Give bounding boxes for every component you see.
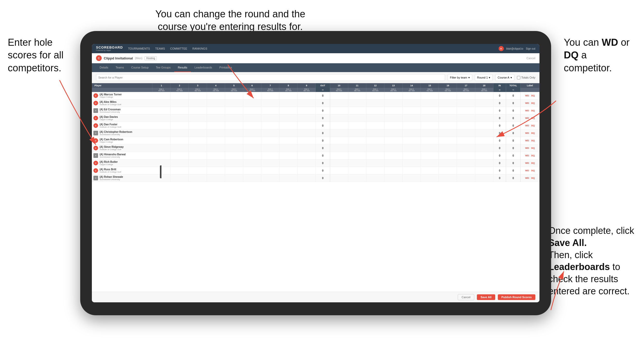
score-input-h10[interactable] (330, 122, 348, 129)
course-dropdown[interactable]: Course A ▾ (495, 74, 514, 81)
score-input-h16[interactable] (439, 122, 457, 129)
publish-button[interactable]: Publish Round Scores (498, 294, 535, 300)
score-input-h7[interactable] (261, 152, 279, 159)
score-input-h2[interactable] (171, 99, 188, 107)
score-input-h4[interactable] (207, 167, 225, 174)
score-input-h1[interactable] (152, 129, 171, 137)
wd-button[interactable]: WD (524, 124, 530, 127)
score-input-h2[interactable] (171, 144, 188, 152)
score-input-h17[interactable] (457, 137, 475, 144)
score-h5[interactable] (225, 152, 243, 159)
score-h7[interactable] (261, 174, 279, 182)
wd-button[interactable]: WD (524, 154, 530, 157)
score-input-h14[interactable] (403, 92, 420, 99)
totals-only-toggle[interactable]: Totals Only (517, 76, 535, 79)
score-h11[interactable] (348, 159, 366, 167)
score-h17[interactable] (457, 174, 475, 182)
score-input-h8[interactable] (279, 152, 297, 159)
dq-button[interactable]: DQ (530, 162, 536, 165)
score-h9[interactable] (298, 129, 316, 137)
score-input-h11[interactable] (348, 92, 366, 99)
score-input-h15[interactable] (421, 174, 439, 182)
score-input-h18[interactable] (475, 114, 493, 122)
score-input-h18[interactable] (475, 107, 493, 114)
score-input-h7[interactable] (261, 114, 279, 122)
score-h8[interactable] (279, 107, 297, 114)
score-input-h17[interactable] (457, 122, 475, 129)
score-h9[interactable] (298, 174, 316, 182)
score-h9[interactable] (298, 92, 316, 99)
score-h14[interactable] (403, 152, 421, 159)
score-input-h4[interactable] (207, 92, 225, 99)
score-input-h9[interactable] (298, 159, 315, 167)
score-input-h13[interactable] (384, 137, 402, 144)
score-input-h10[interactable] (330, 129, 348, 137)
dq-button[interactable]: DQ (530, 132, 536, 135)
score-h6[interactable] (243, 167, 261, 174)
score-h11[interactable] (348, 152, 366, 159)
score-h2[interactable] (171, 122, 189, 129)
score-input-h2[interactable] (171, 152, 188, 159)
score-input-h6[interactable] (243, 129, 261, 137)
score-input-h9[interactable] (298, 114, 315, 122)
wd-button[interactable]: WD (524, 169, 530, 172)
score-h15[interactable] (421, 92, 439, 99)
score-h13[interactable] (384, 144, 403, 152)
score-input-h4[interactable] (207, 114, 225, 122)
score-h4[interactable] (207, 159, 225, 167)
score-input-h16[interactable] (439, 167, 457, 174)
score-input-h16[interactable] (439, 159, 457, 167)
score-input-h5[interactable] (225, 129, 243, 137)
score-h18[interactable] (475, 144, 493, 152)
score-input-h12[interactable] (366, 152, 384, 159)
score-h13[interactable] (384, 137, 403, 144)
score-h4[interactable] (207, 107, 225, 114)
score-h17[interactable] (457, 107, 475, 114)
score-h17[interactable] (457, 92, 475, 99)
score-h9[interactable] (298, 167, 316, 174)
score-input-h3[interactable] (189, 137, 206, 144)
score-h18[interactable] (475, 92, 493, 99)
score-h2[interactable] (171, 137, 189, 144)
score-h9[interactable] (298, 159, 316, 167)
score-h12[interactable] (366, 122, 384, 129)
score-input-h12[interactable] (366, 174, 384, 182)
score-input-h11[interactable] (348, 114, 366, 122)
score-input-h2[interactable] (171, 114, 188, 122)
score-input-h10[interactable] (330, 174, 348, 182)
score-input-h7[interactable] (261, 167, 279, 174)
score-h13[interactable] (384, 107, 403, 114)
save-all-button[interactable]: Save All (477, 294, 495, 300)
score-h17[interactable] (457, 129, 475, 137)
filter-by-team-dropdown[interactable]: Filter by team ▾ (448, 74, 472, 81)
score-h16[interactable] (439, 114, 457, 122)
score-h13[interactable] (384, 167, 403, 174)
score-input-h6[interactable] (243, 99, 261, 107)
score-h4[interactable] (207, 174, 225, 182)
score-input-h14[interactable] (403, 107, 420, 114)
score-h18[interactable] (475, 159, 493, 167)
tab-results[interactable]: Results (174, 63, 191, 72)
score-h11[interactable] (348, 122, 366, 129)
wd-button[interactable]: WD (524, 117, 530, 120)
dq-button[interactable]: DQ (530, 154, 536, 157)
score-input-h17[interactable] (457, 114, 475, 122)
score-input-h6[interactable] (243, 137, 261, 144)
score-input-h6[interactable] (243, 122, 261, 129)
score-h6[interactable] (243, 114, 261, 122)
score-input-h2[interactable] (171, 167, 188, 174)
score-input-h12[interactable] (366, 137, 384, 144)
score-input-h11[interactable] (348, 174, 366, 182)
score-input-h16[interactable] (439, 137, 457, 144)
score-input-h6[interactable] (243, 174, 261, 182)
score-h4[interactable] (207, 152, 225, 159)
wd-button[interactable]: WD (524, 147, 530, 150)
score-h3[interactable] (189, 107, 207, 114)
score-input-h2[interactable] (171, 129, 188, 137)
score-input-h5[interactable] (225, 114, 243, 122)
score-input-h9[interactable] (298, 174, 315, 182)
score-h5[interactable] (225, 114, 243, 122)
score-input-h18[interactable] (475, 174, 493, 182)
score-h8[interactable] (279, 152, 297, 159)
score-input-h14[interactable] (403, 152, 420, 159)
